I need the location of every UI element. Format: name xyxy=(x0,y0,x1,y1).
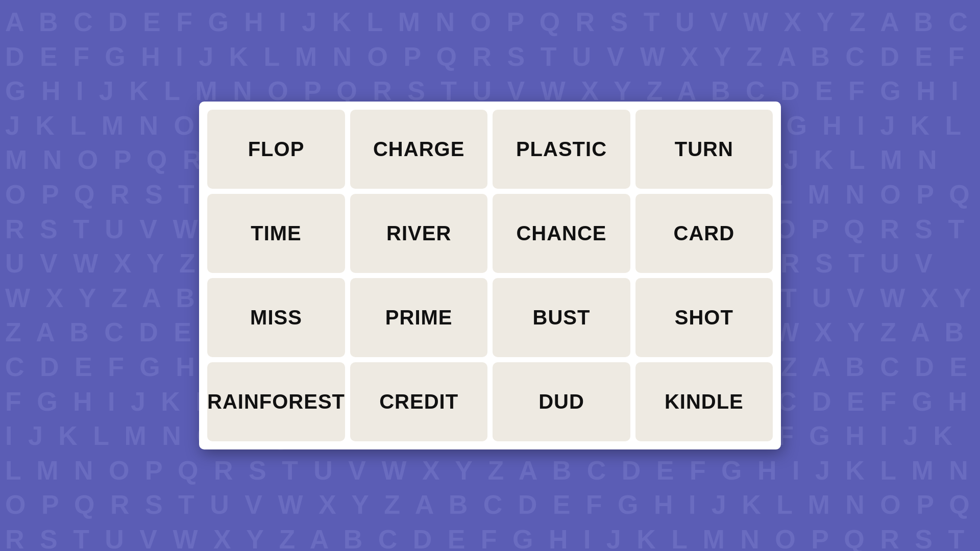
cell-label-charge: CHARGE xyxy=(373,138,464,161)
cell-chance[interactable]: CHANCE xyxy=(493,194,630,273)
cell-kindle[interactable]: KINDLE xyxy=(635,362,773,441)
cell-time[interactable]: TIME xyxy=(207,194,345,273)
cell-label-flop: FLOP xyxy=(248,138,305,161)
cell-card[interactable]: CARD xyxy=(635,194,773,273)
cell-label-prime: PRIME xyxy=(385,306,453,329)
cell-label-river: RIVER xyxy=(386,222,451,245)
cell-label-dud: DUD xyxy=(538,390,584,413)
cell-charge[interactable]: CHARGE xyxy=(350,110,487,189)
cell-label-rainforest: RAINFOREST xyxy=(207,390,345,413)
cell-credit[interactable]: CREDIT xyxy=(350,362,487,441)
cell-miss[interactable]: MISS xyxy=(207,278,345,357)
cell-label-time: TIME xyxy=(251,222,302,245)
cell-label-credit: CREDIT xyxy=(379,390,458,413)
word-grid-container: FLOPCHARGEPLASTICTURNTIMERIVERCHANCECARD… xyxy=(199,102,781,449)
cell-label-turn: TURN xyxy=(675,138,733,161)
cell-label-kindle: KINDLE xyxy=(665,390,744,413)
cell-river[interactable]: RIVER xyxy=(350,194,487,273)
cell-plastic[interactable]: PLASTIC xyxy=(493,110,630,189)
cell-label-card: CARD xyxy=(674,222,735,245)
cell-label-plastic: PLASTIC xyxy=(516,138,607,161)
cell-label-miss: MISS xyxy=(250,306,302,329)
cell-prime[interactable]: PRIME xyxy=(350,278,487,357)
cell-label-shot: SHOT xyxy=(675,306,733,329)
word-grid: FLOPCHARGEPLASTICTURNTIMERIVERCHANCECARD… xyxy=(207,110,773,441)
cell-turn[interactable]: TURN xyxy=(635,110,773,189)
cell-label-chance: CHANCE xyxy=(516,222,606,245)
cell-bust[interactable]: BUST xyxy=(493,278,630,357)
cell-shot[interactable]: SHOT xyxy=(635,278,773,357)
cell-dud[interactable]: DUD xyxy=(493,362,630,441)
cell-flop[interactable]: FLOP xyxy=(207,110,345,189)
cell-rainforest[interactable]: RAINFOREST xyxy=(207,362,345,441)
cell-label-bust: BUST xyxy=(533,306,591,329)
